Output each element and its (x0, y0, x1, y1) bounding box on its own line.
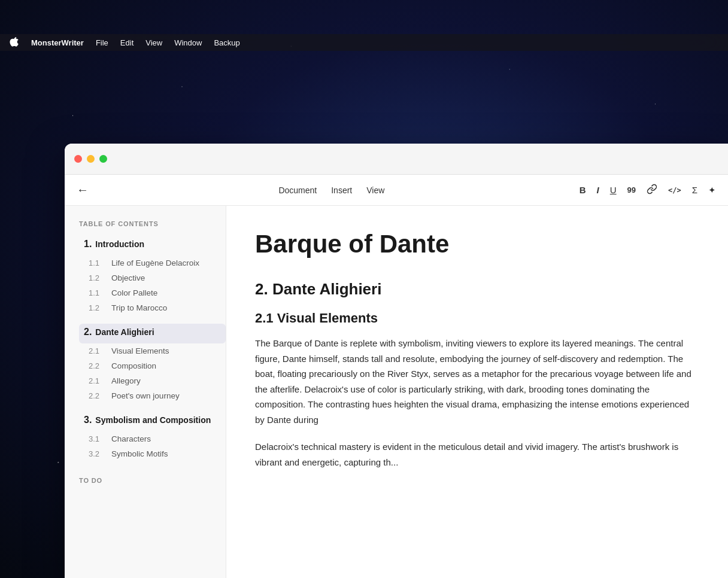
menubar-edit[interactable]: Edit (120, 38, 134, 47)
menubar-backup[interactable]: Backup (214, 38, 239, 47)
toc-chapter-1[interactable]: 1. Introduction (79, 236, 226, 255)
paragraph-2: Delacroix's technical mastery is evident… (255, 439, 699, 470)
toc-sub-3-2[interactable]: 3.2 Symbolic Motifs (79, 448, 226, 463)
link-button[interactable] (647, 184, 657, 196)
menubar-app-name: MonsterWriter (31, 38, 84, 47)
italic-button[interactable]: I (597, 185, 599, 195)
desktop: MonsterWriter File Edit View Window Back… (0, 0, 728, 578)
document-title: Barque of Dante (255, 230, 699, 258)
chapter-3-title: Symbolism and Composition (95, 415, 211, 425)
main-content: TABLE OF CONTENTS 1. Introduction 1.1 Li… (65, 206, 728, 578)
toc-chapter-3-group: 3. Symbolism and Composition 3.1 Charact… (79, 412, 226, 463)
toolbar-nav: Document Insert View (278, 185, 384, 195)
document-area[interactable]: Barque of Dante 2. Dante Alighieri 2.1 V… (226, 206, 728, 578)
toc-sub-1-3[interactable]: 1.1 Color Pallete (79, 287, 226, 302)
ai-button[interactable]: ✦ (708, 185, 716, 196)
chapter-1-num: 1. (84, 239, 92, 250)
toc-chapter-2-group: 2. Dante Alighieri 2.1 Visual Elements 2… (79, 324, 226, 404)
nav-insert[interactable]: Insert (331, 185, 352, 195)
close-button[interactable] (74, 155, 82, 163)
traffic-lights (74, 155, 107, 163)
toc-sub-1-2[interactable]: 1.2 Objective (79, 272, 226, 287)
toolbar-actions: B I U 99 </> Σ ✦ (580, 184, 716, 196)
toc-chapter-2[interactable]: 2. Dante Alighieri (79, 324, 226, 343)
chapter-1-title: Introduction (95, 239, 144, 249)
maximize-button[interactable] (99, 155, 107, 163)
sub-2-3-title: Allegory (107, 376, 141, 385)
toc-sub-1-4[interactable]: 1.2 Trip to Marocco (79, 302, 226, 317)
nav-view[interactable]: View (366, 185, 384, 195)
toc-sub-2-3[interactable]: 2.1 Allegory (79, 375, 226, 390)
sub-1-3-num: 1.1 (89, 288, 103, 297)
sub-2-2-num: 2.2 (89, 361, 103, 370)
title-bar (65, 144, 728, 175)
sub-1-3-title: Color Pallete (107, 288, 157, 297)
sub-3-2-num: 3.2 (89, 449, 103, 458)
sub-2-4-num: 2.2 (89, 391, 103, 400)
underline-button[interactable]: U (610, 185, 617, 195)
section-21-heading: 2.1 Visual Elements (255, 311, 699, 326)
paragraph-1: The Barque of Dante is replete with symb… (255, 336, 699, 427)
todo-label: TO DO (79, 477, 226, 484)
menubar-window[interactable]: Window (174, 38, 202, 47)
back-button[interactable]: ← (77, 183, 89, 197)
minimize-button[interactable] (87, 155, 95, 163)
chapter-2-title: Dante Alighieri (95, 327, 154, 337)
toc-chapter-3[interactable]: 3. Symbolism and Composition (79, 412, 226, 431)
chapter-3-num: 3. (84, 415, 92, 425)
sub-1-1-title: Life of Eugène Delacroix (107, 258, 199, 267)
menubar-file[interactable]: File (96, 38, 108, 47)
menubar-view[interactable]: View (145, 38, 162, 47)
menubar: MonsterWriter File Edit View Window Back… (0, 34, 728, 51)
toc-sub-2-4[interactable]: 2.2 Poet's own journey (79, 390, 226, 404)
bold-button[interactable]: B (580, 185, 586, 195)
toc-sub-1-1[interactable]: 1.1 Life of Eugène Delacroix (79, 257, 226, 272)
sub-3-1-title: Characters (107, 434, 151, 443)
sub-2-1-title: Visual Elements (107, 346, 169, 355)
apple-menu-icon[interactable] (10, 37, 19, 48)
toc-list: 1. Introduction 1.1 Life of Eugène Delac… (79, 236, 226, 463)
sub-2-3-num: 2.1 (89, 376, 103, 385)
chapter-2-num: 2. (84, 327, 92, 337)
sub-2-2-title: Composition (107, 361, 156, 370)
formula-button[interactable]: Σ (692, 185, 697, 195)
sub-3-2-title: Symbolic Motifs (107, 449, 168, 458)
sub-3-1-num: 3.1 (89, 434, 103, 443)
sub-1-2-title: Objective (107, 273, 145, 282)
sub-2-4-title: Poet's own journey (107, 391, 180, 400)
sidebar: TABLE OF CONTENTS 1. Introduction 1.1 Li… (65, 206, 226, 578)
toc-chapter-1-group: 1. Introduction 1.1 Life of Eugène Delac… (79, 236, 226, 317)
toc-sub-2-2[interactable]: 2.2 Composition (79, 360, 226, 375)
toc-sub-3-1[interactable]: 3.1 Characters (79, 433, 226, 448)
section-2-heading: 2. Dante Alighieri (255, 280, 699, 299)
sub-1-1-num: 1.1 (89, 258, 103, 267)
toc-sub-2-1[interactable]: 2.1 Visual Elements (79, 345, 226, 360)
sub-1-2-num: 1.2 (89, 273, 103, 282)
nav-document[interactable]: Document (278, 185, 317, 195)
sub-1-4-num: 1.2 (89, 303, 103, 312)
quote-button[interactable]: 99 (627, 185, 636, 194)
app-window: ← Document Insert View B I U 99 (65, 144, 728, 578)
sub-2-1-num: 2.1 (89, 346, 103, 355)
toolbar: ← Document Insert View B I U 99 (65, 175, 728, 206)
todo-section: TO DO (79, 477, 226, 484)
sub-1-4-title: Trip to Marocco (107, 303, 167, 312)
toc-label: TABLE OF CONTENTS (79, 220, 226, 227)
code-button[interactable]: </> (668, 186, 681, 194)
